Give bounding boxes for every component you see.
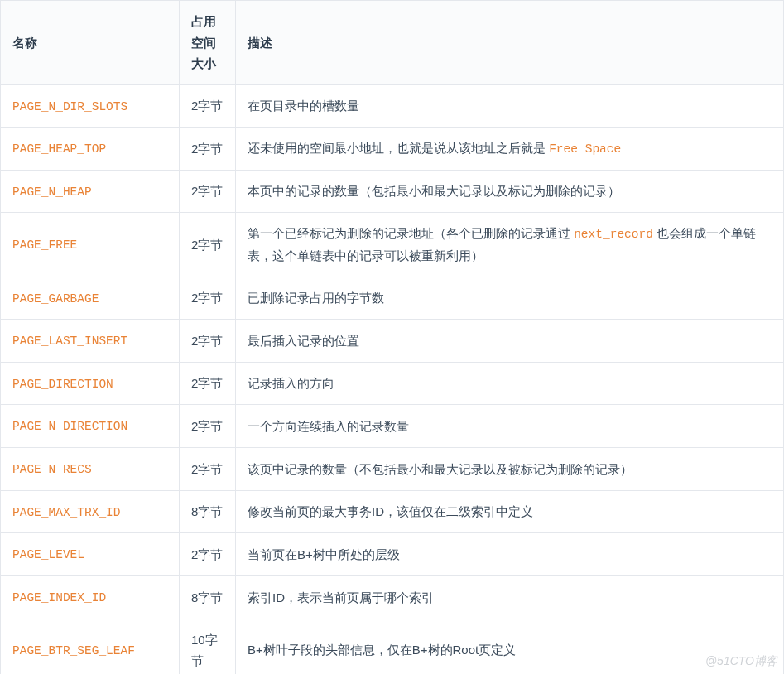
- page-header-fields-table: 名称 占用空间大小 描述 PAGE_N_DIR_SLOTS2字节在页目录中的槽数…: [0, 0, 784, 674]
- desc-text-pre: 已删除记录占用的字节数: [248, 291, 384, 305]
- desc-text-pre: 该页中记录的数量（不包括最小和最大记录以及被标记为删除的记录）: [248, 462, 632, 476]
- desc-text-pre: 最后插入记录的位置: [248, 334, 359, 348]
- field-name-code: PAGE_N_HEAP: [12, 185, 92, 199]
- cell-size: 10字节: [180, 619, 236, 674]
- cell-description: 一个方向连续插入的记录数量: [236, 405, 784, 448]
- cell-field-name: PAGE_GARBAGE: [1, 277, 180, 320]
- field-name-code: PAGE_HEAP_TOP: [12, 142, 106, 156]
- desc-text-pre: 一个方向连续插入的记录数量: [248, 419, 409, 433]
- cell-size: 2字节: [180, 448, 236, 491]
- cell-field-name: PAGE_N_RECS: [1, 448, 180, 491]
- cell-description: 记录插入的方向: [236, 362, 784, 405]
- cell-size: 2字节: [180, 362, 236, 405]
- desc-text-pre: 当前页在B+树中所处的层级: [248, 547, 400, 561]
- cell-field-name: PAGE_N_DIR_SLOTS: [1, 84, 180, 128]
- field-name-code: PAGE_N_RECS: [12, 463, 92, 476]
- field-name-code: PAGE_INDEX_ID: [12, 591, 106, 604]
- table-row: PAGE_GARBAGE2字节已删除记录占用的字节数: [1, 277, 784, 320]
- header-size: 占用空间大小: [180, 1, 236, 85]
- cell-size: 8字节: [180, 490, 236, 533]
- field-name-code: PAGE_DIRECTION: [12, 378, 113, 391]
- table-body: PAGE_N_DIR_SLOTS2字节在页目录中的槽数量PAGE_HEAP_TO…: [1, 84, 784, 674]
- cell-size: 2字节: [180, 533, 236, 576]
- cell-field-name: PAGE_N_DIRECTION: [1, 405, 180, 448]
- field-name-code: PAGE_N_DIRECTION: [12, 420, 127, 433]
- header-desc: 描述: [236, 1, 784, 85]
- cell-field-name: PAGE_DIRECTION: [1, 362, 180, 405]
- desc-text-pre: 修改当前页的最大事务ID，该值仅在二级索引中定义: [248, 504, 533, 518]
- cell-field-name: PAGE_BTR_SEG_LEAF: [1, 619, 180, 674]
- field-name-code: PAGE_BTR_SEG_LEAF: [12, 644, 135, 657]
- field-name-code: PAGE_MAX_TRX_ID: [12, 506, 121, 519]
- table-row: PAGE_INDEX_ID8字节索引ID，表示当前页属于哪个索引: [1, 576, 784, 619]
- cell-field-name: PAGE_INDEX_ID: [1, 576, 180, 619]
- field-name-code: PAGE_N_DIR_SLOTS: [12, 100, 127, 113]
- cell-size: 2字节: [180, 277, 236, 320]
- field-name-code: PAGE_LEVEL: [12, 548, 84, 561]
- cell-description: 还未使用的空间最小地址，也就是说从该地址之后就是 Free Space: [236, 128, 784, 171]
- desc-text-pre: 记录插入的方向: [248, 376, 334, 390]
- cell-description: 第一个已经标记为删除的记录地址（各个已删除的记录通过 next_record 也…: [236, 213, 784, 277]
- desc-text-pre: 还未使用的空间最小地址，也就是说从该地址之后就是: [248, 141, 549, 155]
- desc-text-pre: 在页目录中的槽数量: [248, 99, 359, 113]
- cell-field-name: PAGE_MAX_TRX_ID: [1, 490, 180, 533]
- cell-size: 8字节: [180, 576, 236, 619]
- cell-field-name: PAGE_HEAP_TOP: [1, 128, 180, 171]
- cell-field-name: PAGE_LAST_INSERT: [1, 320, 180, 363]
- field-name-code: PAGE_LAST_INSERT: [12, 335, 127, 348]
- cell-size: 2字节: [180, 170, 236, 213]
- desc-inline-code: Free Space: [549, 142, 621, 156]
- table-row: PAGE_N_DIRECTION2字节一个方向连续插入的记录数量: [1, 405, 784, 448]
- desc-text-pre: 本页中的记录的数量（包括最小和最大记录以及标记为删除的记录）: [248, 184, 620, 198]
- table-row: PAGE_LAST_INSERT2字节最后插入记录的位置: [1, 320, 784, 363]
- table-row: PAGE_LEVEL2字节当前页在B+树中所处的层级: [1, 533, 784, 576]
- cell-description: 索引ID，表示当前页属于哪个索引: [236, 576, 784, 619]
- cell-field-name: PAGE_N_HEAP: [1, 170, 180, 213]
- table-row: PAGE_DIRECTION2字节记录插入的方向: [1, 362, 784, 405]
- cell-description: 已删除记录占用的字节数: [236, 277, 784, 320]
- desc-text-pre: B+树叶子段的头部信息，仅在B+树的Root页定义: [248, 643, 516, 657]
- cell-size: 2字节: [180, 213, 236, 277]
- cell-description: 最后插入记录的位置: [236, 320, 784, 363]
- table-row: PAGE_FREE2字节第一个已经标记为删除的记录地址（各个已删除的记录通过 n…: [1, 213, 784, 277]
- cell-size: 2字节: [180, 405, 236, 448]
- cell-size: 2字节: [180, 320, 236, 363]
- cell-description: B+树叶子段的头部信息，仅在B+树的Root页定义: [236, 619, 784, 674]
- cell-size: 2字节: [180, 84, 236, 128]
- table-row: PAGE_MAX_TRX_ID8字节修改当前页的最大事务ID，该值仅在二级索引中…: [1, 490, 784, 533]
- table-row: PAGE_BTR_SEG_LEAF10字节B+树叶子段的头部信息，仅在B+树的R…: [1, 619, 784, 674]
- desc-text-pre: 第一个已经标记为删除的记录地址（各个已删除的记录通过: [248, 226, 574, 240]
- cell-description: 当前页在B+树中所处的层级: [236, 533, 784, 576]
- header-name: 名称: [1, 1, 180, 85]
- table-header-row: 名称 占用空间大小 描述: [1, 1, 784, 85]
- cell-size: 2字节: [180, 128, 236, 171]
- table-row: PAGE_N_DIR_SLOTS2字节在页目录中的槽数量: [1, 84, 784, 128]
- field-name-code: PAGE_FREE: [12, 238, 77, 252]
- field-name-code: PAGE_GARBAGE: [12, 292, 99, 306]
- cell-description: 修改当前页的最大事务ID，该值仅在二级索引中定义: [236, 490, 784, 533]
- desc-text-pre: 索引ID，表示当前页属于哪个索引: [248, 590, 434, 604]
- cell-description: 本页中的记录的数量（包括最小和最大记录以及标记为删除的记录）: [236, 170, 784, 213]
- cell-description: 在页目录中的槽数量: [236, 84, 784, 128]
- desc-inline-code: next_record: [574, 228, 653, 241]
- table-row: PAGE_N_HEAP2字节本页中的记录的数量（包括最小和最大记录以及标记为删除…: [1, 170, 784, 213]
- cell-field-name: PAGE_FREE: [1, 213, 180, 277]
- cell-description: 该页中记录的数量（不包括最小和最大记录以及被标记为删除的记录）: [236, 448, 784, 491]
- table-row: PAGE_N_RECS2字节该页中记录的数量（不包括最小和最大记录以及被标记为删…: [1, 448, 784, 491]
- cell-field-name: PAGE_LEVEL: [1, 533, 180, 576]
- table-row: PAGE_HEAP_TOP2字节还未使用的空间最小地址，也就是说从该地址之后就是…: [1, 128, 784, 171]
